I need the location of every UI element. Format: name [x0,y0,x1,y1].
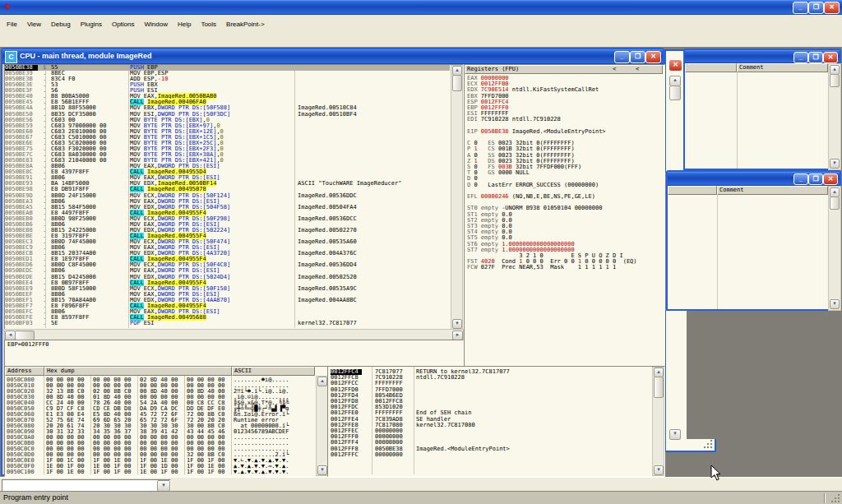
mouse-cursor [710,465,722,485]
close-button[interactable]: ✕ [824,2,840,14]
stack-rows: 0012FFC47C817077RETURN to kernel32.7C817… [331,369,650,474]
disasm-row[interactable]: 0050BEB0.8B0D 98F25000MOV ECX,DWORD PTR … [5,216,450,222]
comment-window-bottom[interactable]: _ ❐ ✕ Comment ▲ ▼ [666,170,841,311]
cpu-minimize[interactable]: _ [614,51,630,63]
register-line[interactable]: EFL 00000246 (NO,NB,E,BE,NS,PE,GE,LE) [467,194,595,200]
fragment-scroll-thumb[interactable] [669,86,681,100]
dump-header-hex[interactable]: Hex dump [44,367,232,376]
cpu-restore[interactable]: ❐ [630,51,645,63]
disasm-row[interactable]: 0050BEE9.8B0D 58F15000MOV ECX,DWORD PTR … [5,286,450,292]
register-line[interactable]: O 0 LastErr ERROR_SUCCESS (00000000) [467,183,599,188]
win-b-close[interactable]: ✕ [823,173,838,185]
win-a-close[interactable]: ✕ [823,52,838,63]
disasm-row[interactable]: 0050BEF7.E8 F896F8FFCALL ImageRed.004955… [5,303,450,309]
disasm-row[interactable]: 0050BED6.8B0D C8F45000MOV ECX,DWORD PTR … [5,262,450,268]
main-title-bar[interactable]: ✳ _ ❐ ✕ [0,0,842,15]
win-b-scrollbar[interactable]: ▲ ▼ [828,186,841,311]
disasm-vscrollbar[interactable]: ▲ ▼ [451,65,463,330]
restore-button[interactable]: ❐ [808,2,824,14]
register-line[interactable]: EDI 7C910228 ntdll.7C910228 [467,117,561,123]
app-icon: ✳ [3,2,11,12]
statusbar-resize-grip[interactable] [830,494,841,504]
cpu-title-bar[interactable]: C CPU - main thread, module ImageRed _ ❐… [2,49,663,64]
menu-bar: FileViewDebugPluginsOptionsWindowHelpToo… [0,15,842,30]
status-bar: Program entry point [0,491,842,504]
win-b-minimize[interactable]: _ [793,173,808,185]
disasm-row[interactable]: 0050BE3B.83C4 F0ADD ESP,-10 [5,76,450,82]
status-text: Program entry point [3,493,68,502]
dump-rows: 0050C00000 00 00 0000 00 00 0002 8D 40 0… [7,377,319,474]
dump-header-address[interactable]: Address [5,367,44,376]
disasm-row[interactable]: 0050BE83.C683 21040000 00MOV BYTE PTR DS… [5,158,450,164]
disasm-row[interactable]: 0050BE3E.53PUSH EBX [5,82,450,88]
stack-row[interactable]: 0012FFFC00000000 [331,452,650,458]
win-a-comment-header[interactable]: Comment [737,63,828,72]
toolbar: Paused ▤◀✕▶‖↓⇓↧⇊↦↷ LnEMeThWiHaCpPaStBrRe… [0,29,842,48]
win-a-minimize[interactable]: _ [793,52,808,63]
status-divider [824,493,826,503]
stack-scroll-thumb[interactable] [654,377,664,398]
minimize-button[interactable]: _ [793,2,808,14]
win-b-col1-header[interactable] [668,186,717,195]
background-window-fragment-bottom[interactable]: ▼ [664,311,687,452]
command-combobox[interactable]: ▼ [2,479,171,492]
register-lines: EAX 00000000ECX 0012FFB0EDX 7C90E514 ntd… [467,76,661,363]
menu-items: FileViewDebugPluginsOptionsWindowHelpToo… [2,15,270,30]
registers-header-arrow-1[interactable]: < [613,67,616,72]
cpu-close[interactable]: ✕ [645,51,661,63]
disasm-row[interactable]: 0050BE9D.8B0D 24F15000MOV ECX,DWORD PTR … [5,193,450,199]
register-line[interactable]: EIP 0050BE38 ImageRed.<ModuleEntryPoint> [467,129,606,135]
stack-pane[interactable]: 0012FFC47C817077RETURN to kernel32.7C817… [327,366,665,477]
register-line[interactable]: FCW 027F Prec NEAR,53 Mask 1 1 1 1 1 1 [467,265,616,270]
disassembly-rows: 0050BE38$55PUSH EBP0050BE39.8BECMOV EBP,… [5,65,450,327]
cpu-window-title: CPU - main thread, module ImageRed [20,52,152,60]
win-b-restore[interactable]: ❐ [808,173,823,185]
win-b-scroll-thumb[interactable] [830,197,840,210]
fragment-close-button[interactable]: ✕ [669,59,682,72]
disasm-row[interactable]: 0050BEC3.8B0D 74F45000MOV ECX,DWORD PTR … [5,239,450,245]
dump-scrollbar[interactable]: ▲ ▼ [316,376,328,476]
disasm-scroll-thumb[interactable] [452,75,462,91]
info-line: EBP=0012FFF0 [7,342,49,348]
background-window-corner [685,439,716,452]
fragment-scroll-down[interactable]: ▼ [669,429,681,440]
stack-scrollbar[interactable]: ▲ ▼ [652,367,664,476]
win-a-restore[interactable]: ❐ [808,52,823,63]
registers-header-arrow-2[interactable]: < [636,67,639,72]
cpu-window-icon: C [5,51,17,63]
win-b-comment-header[interactable]: Comment [717,186,828,195]
dump-pane[interactable]: Address Hex dump ASCII 0050C00000 00 00 … [4,366,329,477]
registers-pane[interactable]: Registers (FPU) < < EAX 00000000ECX 0012… [464,64,665,367]
command-combobox-dropdown[interactable]: ▼ [157,480,170,492]
comment-window-top-titlebar[interactable]: _ ❐ ✕ [685,50,840,63]
win-b-scroll-down[interactable]: ▼ [830,299,840,309]
comment-window-top[interactable]: _ ❐ ✕ Comment ▲ ▼ [683,49,841,170]
dump-scroll-down[interactable]: ▼ [317,465,327,475]
win-a-col1-header[interactable] [685,63,737,72]
disasm-row[interactable]: 0050BE38$55PUSH EBP [5,65,450,71]
disasm-row[interactable]: 0050BF03.5EPOP ESIkernel32.7C817077 [5,321,450,326]
disasm-row[interactable]: 0050BE8C.E8 4397F8FFCALL ImageRed.004955… [5,169,450,175]
registers-header[interactable]: Registers (FPU) [465,65,663,74]
dump-header-ascii[interactable]: ASCII [232,367,315,376]
stack-scroll-down[interactable]: ▼ [654,465,664,475]
disasm-scroll-down[interactable]: ▼ [452,319,462,329]
win-b-col-divider [717,195,718,309]
resize-grip[interactable] [702,440,714,450]
win-a-scroll-down[interactable]: ▼ [830,159,840,169]
win-a-col-divider [737,72,738,169]
win-a-scrollbar[interactable]: ▲ ▼ [828,63,841,170]
info-pane[interactable]: EBP=0012FFF0 [4,340,464,367]
dump-scroll-up[interactable]: ▲ [317,377,327,386]
dump-row[interactable]: 0050C1001F 00 1E 001F 00 1F 001E 00 1F 0… [7,469,319,474]
disasm-row[interactable]: 0050BEFE.E8 8597F8FFCALL ImageRed.004956… [5,315,450,321]
win-a-scroll-thumb[interactable] [830,74,840,87]
olly-debugger-screen: ✳ _ ❐ ✕ FileViewDebugPluginsOptionsWindo… [0,0,842,504]
comment-window-bottom-titlebar[interactable]: _ ❐ ✕ [668,172,840,186]
